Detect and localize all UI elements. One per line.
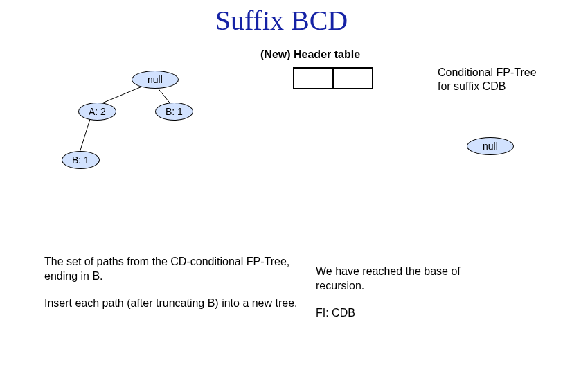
cond-tree-node-root: null bbox=[467, 137, 514, 155]
conditional-fptree-label: Conditional FP-Tree for suffix CDB bbox=[438, 66, 542, 93]
right-paragraph-2: FI: CDB bbox=[316, 306, 510, 321]
tree-node-b1-bottom: B: 1 bbox=[62, 151, 100, 169]
right-explanation: We have reached the base of recursion. F… bbox=[316, 265, 510, 320]
tree-node-b1-right: B: 1 bbox=[155, 103, 193, 121]
header-table-cell bbox=[294, 69, 334, 88]
svg-line-2 bbox=[80, 119, 90, 152]
tree-node-root: null bbox=[132, 71, 179, 89]
header-table-label: (New) Header table bbox=[260, 48, 360, 61]
right-paragraph-1: We have reached the base of recursion. bbox=[316, 265, 510, 294]
left-paragraph-1: The set of paths from the CD-conditional… bbox=[44, 255, 301, 284]
left-paragraph-2: Insert each path (after truncating B) in… bbox=[44, 296, 301, 311]
header-table-box bbox=[293, 67, 373, 89]
slide-title: Suffix BCD bbox=[0, 4, 563, 37]
left-explanation: The set of paths from the CD-conditional… bbox=[44, 255, 301, 310]
header-table-cell bbox=[334, 69, 372, 88]
tree-node-a2: A: 2 bbox=[78, 103, 116, 121]
